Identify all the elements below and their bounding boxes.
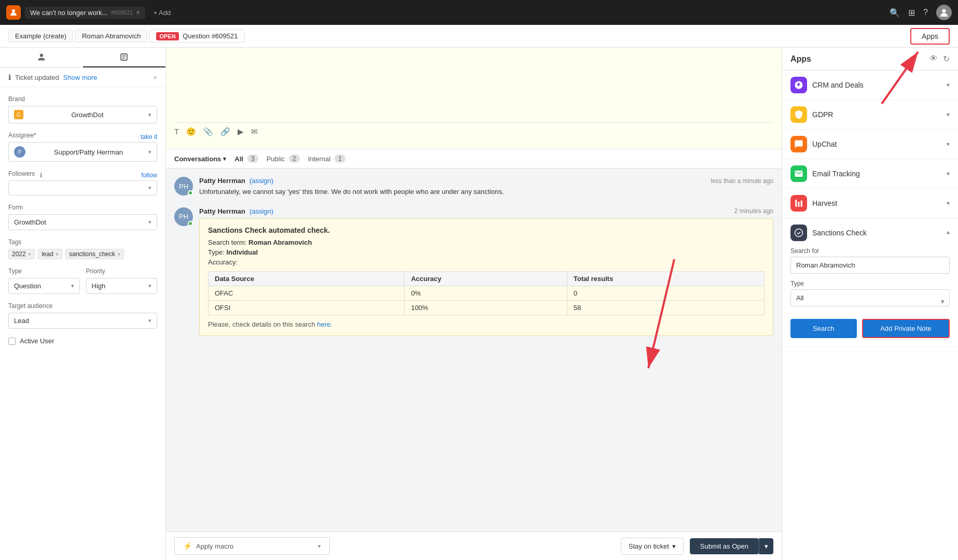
sanctions-search-button[interactable]: Search [790, 319, 857, 338]
active-tab[interactable]: We can't no longer work... #609521 × [25, 7, 145, 19]
tab-close-icon[interactable]: × [136, 9, 140, 16]
app-email-tracking-header[interactable]: Email Tracking ▾ [782, 159, 958, 188]
emoji-icon[interactable]: 🙂 [186, 127, 196, 136]
all-tab[interactable]: All 3 [234, 155, 258, 163]
app-gdpr-header[interactable]: GDPR ▾ [782, 100, 958, 129]
harvest-label: Harvest [812, 199, 837, 207]
tag-sanctions-remove[interactable]: × [117, 251, 120, 257]
sanctions-col-accuracy: Accuracy [405, 271, 567, 286]
tag-sanctions-check: sanctions_check × [65, 249, 124, 259]
ticket-updated-close[interactable]: × [153, 74, 157, 81]
upchat-chevron: ▾ [947, 141, 950, 148]
tab-user-info[interactable] [0, 48, 83, 67]
follow-link[interactable]: follow [141, 172, 157, 179]
tag-lead-remove[interactable]: × [55, 251, 59, 257]
app-crm-header[interactable]: CRM and Deals ▾ [782, 71, 958, 100]
watch-icon[interactable]: 👁 [929, 54, 938, 64]
video-icon[interactable]: ▶ [238, 127, 244, 136]
type-priority-row: Type Question ▾ Priority High ▾ [8, 268, 157, 294]
internal-tab[interactable]: Internal 1 [308, 155, 345, 163]
assignee-label: Assignee* [8, 132, 36, 139]
message-1-time: less than a minute ago [711, 177, 773, 185]
message-2-avatar: PH [174, 207, 193, 226]
svg-point-9 [795, 229, 803, 237]
breadcrumb-bar: Example (create) Roman Abramovich OPEN Q… [0, 25, 958, 48]
message-2: PH Patty Herrman (assign) 2 minutes ago … [174, 207, 773, 336]
top-bar: We can't no longer work... #609521 × + A… [0, 0, 958, 25]
email-tracking-label: Email Tracking [812, 170, 860, 178]
app-harvest-header[interactable]: Harvest ▾ [782, 189, 958, 218]
reply-editor-area[interactable] [174, 56, 773, 118]
type-label: Type [8, 268, 80, 275]
ticket-status-badge: OPEN [156, 32, 178, 40]
search-icon[interactable]: 🔍 [890, 8, 900, 18]
sanctions-panel: Search for Type All Individual Entity Ve… [782, 247, 958, 346]
sanctions-type-value: Individual [226, 248, 258, 256]
help-icon[interactable]: ? [923, 8, 928, 17]
messages-area: PH Patty Herrman (assign) less than a mi… [166, 169, 782, 531]
followers-select[interactable]: ▾ [8, 180, 157, 195]
sanctions-search-input[interactable] [790, 257, 950, 274]
email-icon[interactable]: ✉ [251, 127, 258, 136]
app-upchat-header[interactable]: UpChat ▾ [782, 130, 958, 159]
apps-grid-icon[interactable]: ⊞ [908, 8, 915, 18]
form-select[interactable]: GrowthDot ▾ [8, 214, 157, 230]
left-panel-content: Brand G GrowthDot ▾ Assignee* take it P … [0, 87, 165, 560]
add-tab-button[interactable]: + Add [149, 7, 175, 19]
brand-select[interactable]: G GrowthDot ▾ [8, 106, 157, 123]
text-format-icon[interactable]: T [174, 127, 179, 136]
active-user-checkbox[interactable] [8, 338, 16, 345]
apps-button[interactable]: Apps [910, 28, 950, 45]
app-email-tracking: Email Tracking ▾ [782, 159, 958, 189]
apply-macro-button[interactable]: ⚡ Apply macro ▾ [174, 537, 330, 555]
sanctions-type-select[interactable]: All Individual Entity Vessel Aircraft [790, 289, 950, 306]
brand-icon: G [14, 110, 23, 119]
message-1-header: Patty Herrman (assign) less than a minut… [199, 177, 773, 185]
attachment-icon[interactable]: 📎 [203, 127, 213, 136]
app-sanctions-header[interactable]: Sanctions Check ▾ [782, 218, 958, 247]
message-2-assign[interactable]: (assign) [249, 207, 273, 215]
email-tracking-chevron: ▾ [947, 170, 950, 177]
message-1-assign[interactable]: (assign) [249, 177, 273, 185]
assignee-value: Support/Patty Herrman [54, 148, 123, 156]
message-1-author: Patty Herrman [199, 177, 245, 185]
breadcrumb-requester[interactable]: Roman Abramovich [75, 30, 147, 43]
harvest-icon [790, 195, 807, 212]
take-it-link[interactable]: take it [141, 133, 157, 141]
priority-select[interactable]: High ▾ [86, 278, 158, 294]
breadcrumb-ticket[interactable]: OPEN Question #609521 [149, 30, 244, 43]
link-icon[interactable]: 🔗 [220, 127, 230, 136]
assignee-select[interactable]: P Support/Patty Herrman ▾ [8, 142, 157, 162]
assignee-row: Assignee* take it [8, 132, 157, 142]
message-2-author: Patty Herrman [199, 207, 245, 215]
message-1-text: Unfortunately, we cannot say 'yes' this … [199, 187, 773, 197]
submit-button[interactable]: Submit as Open [690, 538, 759, 554]
submit-dropdown-button[interactable]: ▾ [759, 538, 773, 554]
center-panel: T 🙂 📎 🔗 ▶ ✉ Conversations ▾ All 3 Public… [166, 48, 782, 560]
submit-group: Submit as Open ▾ [690, 538, 773, 554]
followers-field: Followers ℹ follow ▾ [8, 170, 157, 195]
gdpr-chevron: ▾ [947, 111, 950, 118]
refresh-icon[interactable]: ↻ [943, 54, 950, 64]
breadcrumb-example[interactable]: Example (create) [8, 30, 73, 43]
tag-2022-remove[interactable]: × [28, 251, 31, 257]
show-more-link[interactable]: Show more [63, 74, 98, 81]
upchat-label: UpChat [812, 140, 837, 148]
sanctions-check-label: Sanctions Check [812, 229, 867, 237]
stay-ticket-label: Stay on ticket [629, 542, 669, 550]
public-tab[interactable]: Public 2 [267, 155, 300, 163]
left-panel-tabs [0, 48, 165, 68]
add-private-note-button[interactable]: Add Private Note [862, 319, 950, 338]
type-select[interactable]: Question ▾ [8, 278, 80, 294]
conversations-tab[interactable]: Conversations ▾ [174, 155, 226, 163]
form-chevron: ▾ [148, 219, 151, 226]
stay-ticket-button[interactable]: Stay on ticket ▾ [621, 538, 683, 554]
app-logo[interactable] [6, 5, 21, 20]
apply-macro-chevron: ▾ [318, 543, 321, 550]
user-avatar[interactable] [936, 5, 952, 20]
target-audience-select[interactable]: Lead ▾ [8, 313, 157, 329]
tab-ticket-details[interactable] [83, 48, 166, 67]
message-2-content: Patty Herrman (assign) 2 minutes ago San… [199, 207, 773, 336]
right-panel: Apps 👁 ↻ CRM and Deals ▾ [782, 48, 958, 560]
sanctions-details-link[interactable]: here [317, 320, 330, 328]
